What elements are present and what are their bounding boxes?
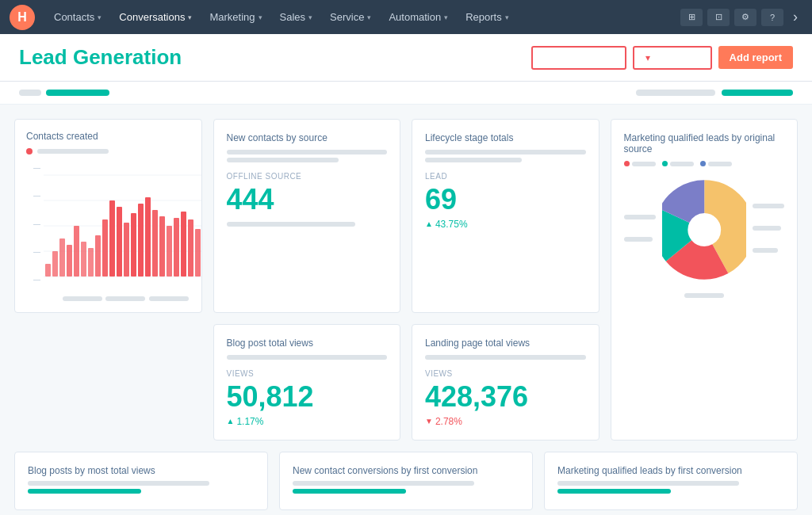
chevron-down-icon: ▾ (188, 13, 192, 21)
nav-sales[interactable]: Sales ▾ (272, 6, 321, 28)
new-contacts-bar (227, 150, 388, 154)
add-report-button[interactable]: Add report (718, 46, 793, 69)
svg-rect-22 (167, 226, 172, 277)
main-content: Contacts created — — — — — (0, 105, 812, 515)
new-contacts-card: New contacts by source OFFLINE SOURCE 44… (213, 119, 401, 313)
nav-icon-2[interactable]: ⊡ (707, 9, 730, 26)
x-label-1 (63, 296, 102, 301)
dropdown-arrow-icon: ▾ (645, 52, 650, 63)
filter-bar (0, 82, 812, 105)
y-axis-labels: — — — — — (26, 162, 40, 285)
new-contacts-bottom-bar (227, 222, 355, 227)
nav-conversations[interactable]: Conversations ▾ (111, 6, 200, 28)
bottom-card-2-bar (293, 481, 474, 486)
blog-views-value: 50,812 (227, 381, 388, 413)
page-header: Lead Generation ▾ Add report (0, 34, 812, 82)
mql-title: Marketing qualified leads by original so… (624, 132, 785, 154)
svg-rect-23 (174, 218, 179, 277)
filter-button-1[interactable] (531, 46, 626, 70)
landing-views-bar (425, 355, 586, 360)
triangle-down-icon: ▼ (425, 417, 433, 425)
svg-rect-24 (181, 212, 186, 277)
svg-rect-26 (195, 229, 201, 277)
landing-views-value: 428,376 (425, 381, 586, 413)
bottom-card-3-title: Marketing qualified leads by first conve… (557, 465, 784, 476)
mql-legend-item-1 (624, 161, 656, 166)
contacts-created-title: Contacts created (26, 131, 190, 142)
x-label-2 (105, 296, 145, 301)
filter-button-2[interactable]: ▾ (633, 46, 712, 70)
svg-rect-6 (52, 251, 58, 277)
lifecycle-change: ▲ 43.75% (425, 219, 586, 230)
header-actions: ▾ Add report (531, 46, 793, 70)
filter-pill-1 (19, 90, 41, 96)
mql-card: Marketing qualified leads by original so… (611, 119, 799, 441)
legend-dot (26, 148, 33, 154)
nav-contacts[interactable]: Contacts ▾ (46, 6, 109, 28)
chevron-down-icon: ▾ (367, 13, 371, 21)
bottom-card-3-bar (557, 481, 739, 486)
blog-views-change: ▲ 1.17% (227, 416, 388, 427)
chevron-down-icon: ▾ (308, 13, 312, 21)
nav-icon-4[interactable]: ? (761, 9, 783, 26)
top-navigation: H Contacts ▾ Conversations ▾ Marketing ▾… (0, 0, 812, 34)
lifecycle-subtitle: LEAD (425, 172, 586, 181)
blog-views-bar (227, 355, 388, 360)
bottom-card-2-title: New contact conversions by first convers… (293, 465, 519, 476)
chart-legend-row (26, 148, 190, 154)
chevron-down-icon: ▾ (98, 13, 102, 21)
svg-rect-5 (45, 264, 51, 277)
new-contacts-title: New contacts by source (227, 132, 388, 143)
svg-rect-25 (188, 219, 193, 277)
new-contacts-bar-2 (227, 158, 339, 162)
lifecycle-card: Lifecycle stage totals LEAD 69 ▲ 43.75% (412, 119, 599, 313)
nav-marketing[interactable]: Marketing ▾ (201, 6, 270, 28)
landing-views-subtitle: VIEWS (425, 369, 586, 378)
nav-more-button[interactable]: › (788, 9, 802, 25)
lifecycle-title: Lifecycle stage totals (425, 132, 586, 143)
svg-rect-21 (159, 216, 165, 277)
blog-views-title: Blog post total views (227, 338, 388, 349)
nav-icon-3[interactable]: ⚙ (734, 9, 756, 26)
bottom-card-1: Blog posts by most total views (14, 452, 268, 510)
svg-rect-8 (67, 245, 72, 277)
new-contacts-value: 444 (227, 184, 388, 216)
legend-bar (37, 149, 109, 154)
x-label-3 (149, 296, 189, 301)
landing-views-card: Landing page total views VIEWS 428,376 ▼… (412, 324, 599, 441)
bottom-card-1-bar (28, 481, 209, 486)
nav-automation[interactable]: Automation ▾ (381, 6, 456, 28)
pie-labels-right (753, 204, 784, 256)
svg-rect-17 (131, 213, 136, 277)
svg-rect-7 (59, 238, 65, 277)
nav-reports[interactable]: Reports ▾ (458, 6, 517, 28)
legend-circle-blue (700, 161, 706, 166)
filter-left (19, 90, 109, 96)
x-axis-labels (44, 293, 190, 301)
svg-rect-16 (124, 223, 129, 277)
svg-rect-20 (152, 210, 158, 277)
mql-legend-item-2 (662, 161, 694, 166)
triangle-up-icon-blog: ▲ (227, 417, 235, 425)
bar-chart-area: — — — — — (26, 162, 190, 301)
svg-rect-19 (145, 197, 151, 277)
svg-rect-12 (95, 235, 101, 277)
nav-service[interactable]: Service ▾ (322, 6, 379, 28)
bottom-card-1-title: Blog posts by most total views (28, 465, 255, 476)
pie-labels-left (624, 215, 656, 245)
nav-icon-1[interactable]: ⊞ (680, 9, 703, 26)
lifecycle-bar-2 (425, 158, 522, 162)
filter-right (636, 90, 793, 96)
bottom-card-2: New contact conversions by first convers… (279, 452, 533, 510)
triangle-up-icon: ▲ (425, 219, 433, 228)
landing-views-title: Landing page total views (425, 338, 586, 349)
page-title: Lead Generation (19, 45, 182, 70)
landing-views-change: ▼ 2.78% (425, 416, 586, 427)
svg-rect-10 (81, 242, 86, 277)
legend-circle-red (624, 161, 630, 166)
filter-pill-right-1 (636, 90, 715, 96)
hubspot-logo[interactable]: H (10, 5, 35, 30)
mql-legend-item-3 (700, 161, 732, 166)
new-contacts-subtitle: OFFLINE SOURCE (227, 172, 388, 181)
svg-rect-9 (74, 226, 79, 277)
